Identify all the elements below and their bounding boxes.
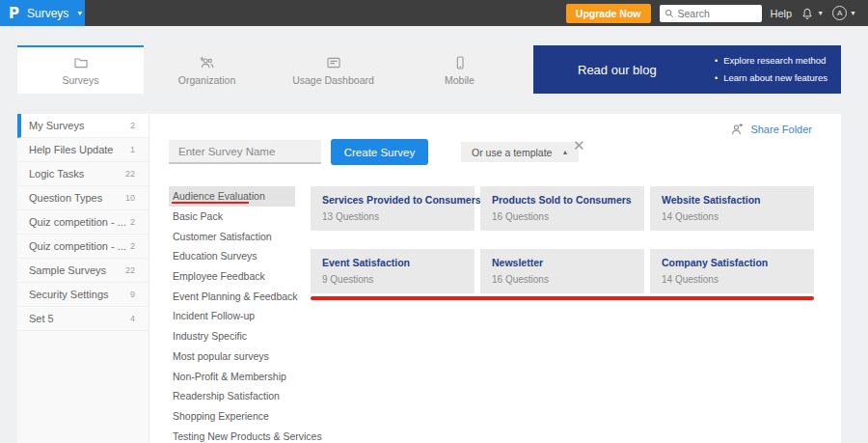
category-label: Industry Specific [173,330,247,342]
template-title: Company Satisfaction [662,257,802,268]
folder-label: Logic Tasks [29,168,84,180]
template-title: Event Satisfaction [322,257,463,268]
search-icon [665,9,674,18]
create-survey-button[interactable]: Create Survey [331,139,428,165]
tab-usage-dashboard[interactable]: Usage Dashboard [270,45,396,94]
folder-count: 1 [130,145,135,154]
template-question-count: 14 Questions [662,211,802,222]
tab-organization[interactable]: Organization [144,45,270,94]
category-most-popular-surveys[interactable]: Most popular surveys [169,346,295,367]
add-people-icon [199,55,215,70]
read-our-blog-banner[interactable]: Read our blog Explore research method Le… [533,45,841,94]
category-non-profit-membership[interactable]: Non-Profit & Membership [169,366,295,386]
category-employee-feedback[interactable]: Employee Feedback [169,266,295,287]
avatar: A [832,6,847,20]
help-link[interactable]: Help [771,8,793,19]
chevron-down-icon: ▼ [76,10,83,16]
folder-label: Quiz competition - ... [29,216,126,228]
category-label: Readership Satisfaction [173,390,280,401]
folder-count: 22 [125,169,135,179]
folder-label: Question Types [29,192,102,204]
template-title: Products Sold to Consumers [492,194,633,206]
template-question-count: 16 Questions [492,211,633,222]
category-label: Incident Follow-up [173,310,255,321]
template-question-count: 13 Questions [322,211,463,222]
folder-count: 9 [130,290,135,299]
main-tab-strip: Surveys Organization Usage Dashboard Mob… [17,45,841,94]
folder-label: Sample Surveys [29,264,106,276]
category-audience-evaluation[interactable]: Audience Evaluation [169,186,295,207]
template-question-count: 9 Questions [322,274,463,285]
template-card-products-sold-to-consumers[interactable]: Products Sold to Consumers 16 Questions [480,186,644,231]
folder-count: 2 [130,217,135,227]
category-label: Non-Profit & Membership [173,371,286,382]
category-label: Basic Pack [173,210,223,222]
tab-label: Usage Dashboard [292,74,374,86]
category-incident-follow-up[interactable]: Incident Follow-up [169,306,295,326]
sidebar-item-quiz-competition-1[interactable]: Quiz competition - ... 2 [17,210,149,235]
sidebar-item-logic-tasks[interactable]: Logic Tasks 22 [17,162,149,186]
close-template-picker-button[interactable]: ✕ [573,139,585,153]
folder-icon [73,55,89,70]
sidebar-item-my-surveys[interactable]: My Surveys 2 [17,114,149,138]
sidebar-item-security-settings[interactable]: Security Settings 9 [17,283,149,307]
share-folder-label: Share Folder [750,124,812,135]
tab-mobile[interactable]: Mobile [396,45,523,94]
category-label: Most popular surveys [173,350,269,362]
chevron-up-icon: ▲ [561,149,568,155]
sidebar-item-sample-surveys[interactable]: Sample Surveys 22 [17,259,149,283]
search-input[interactable] [678,8,757,19]
blog-bullet: Explore research method [715,52,827,69]
template-title: Newsletter [492,257,633,268]
category-event-planning-feedback[interactable]: Event Planning & Feedback [169,286,295,306]
category-testing-new-products-services[interactable]: Testing New Products & Services [169,426,295,443]
annotation-underline-category [172,202,249,204]
template-card-event-satisfaction[interactable]: Event Satisfaction 9 Questions [311,249,475,293]
tab-label: Mobile [445,74,475,86]
tab-surveys[interactable]: Surveys [17,45,144,94]
template-card-grid: Services Provided to Consumers 13 Questi… [311,186,814,293]
sidebar-item-set-5[interactable]: Set 5 4 [17,307,149,331]
tab-label: Organization [178,74,236,86]
category-shopping-experience[interactable]: Shopping Experience [169,406,295,427]
sidebar-item-help-files-update[interactable]: Help Files Update 1 [17,138,149,162]
search-box[interactable] [660,5,762,22]
blog-banner-title: Read our blog [578,63,657,77]
share-folder-button[interactable]: Share Folder [729,123,812,136]
notifications-menu[interactable]: ▼ [800,7,824,20]
category-basic-pack[interactable]: Basic Pack [169,207,295,227]
sidebar-item-quiz-competition-2[interactable]: Quiz competition - ... 2 [17,235,149,259]
category-readership-satisfaction[interactable]: Readership Satisfaction [169,386,295,406]
folders-sidebar: My Surveys 2 Help Files Update 1 Logic T… [17,114,149,443]
folder-label: Help Files Update [29,144,113,155]
template-title: Website Satisfaction [662,194,802,206]
template-card-website-satisfaction[interactable]: Website Satisfaction 14 Questions [650,186,814,231]
main-panel: My Surveys 2 Help Files Update 1 Logic T… [17,114,841,443]
topbar-actions: Upgrade Now Help ▼ A ▼ [566,4,868,23]
category-customer-satisfaction[interactable]: Customer Satisfaction [169,226,295,246]
template-card-company-satisfaction[interactable]: Company Satisfaction 14 Questions [650,249,814,293]
sidebar-item-question-types[interactable]: Question Types 10 [17,186,149,210]
template-card-services-provided-to-consumers[interactable]: Services Provided to Consumers 13 Questi… [311,186,475,231]
category-industry-specific[interactable]: Industry Specific [169,326,295,346]
category-education-surveys[interactable]: Education Surveys [169,246,295,266]
folder-label: My Surveys [29,120,84,131]
survey-name-input[interactable] [169,140,321,164]
category-label: Audience Evaluation [173,190,265,202]
upgrade-now-button[interactable]: Upgrade Now [566,4,651,23]
proprofs-logo-icon: P [9,4,19,22]
template-title: Services Provided to Consumers [322,194,463,206]
product-name: Surveys [27,7,68,20]
folder-label: Security Settings [29,289,109,300]
use-template-label: Or use a template [472,147,552,158]
blog-bullet: Learn about new features [715,69,827,87]
category-label: Shopping Experience [173,410,269,422]
account-menu[interactable]: A ▼ [832,6,856,20]
template-card-newsletter[interactable]: Newsletter 16 Questions [480,249,644,293]
category-label: Employee Feedback [173,270,265,282]
chevron-down-icon: ▼ [850,10,856,16]
use-template-dropdown[interactable]: Or use a template ▲ [461,142,579,162]
bell-icon [800,7,814,20]
app-switcher[interactable]: P Surveys ▼ [0,0,85,26]
category-label: Education Surveys [173,250,258,262]
